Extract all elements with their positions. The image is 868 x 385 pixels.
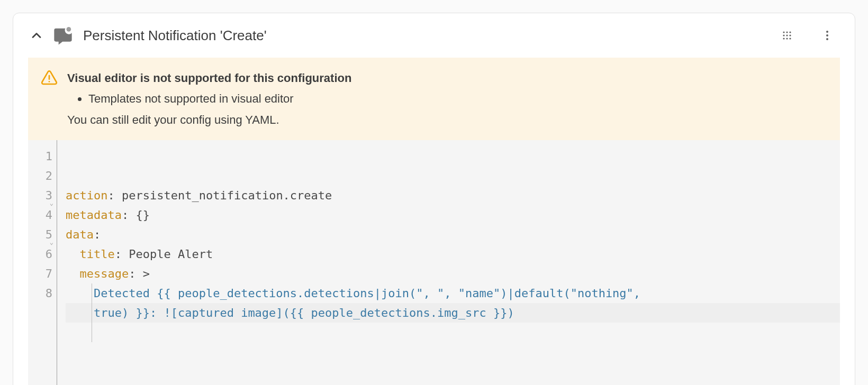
gutter-line-number: 7 xyxy=(28,264,52,283)
svg-point-1 xyxy=(783,31,784,33)
svg-point-12 xyxy=(826,38,828,40)
warning-reason-list: Templates not supported in visual editor xyxy=(67,89,351,108)
drag-grid-icon xyxy=(781,29,793,42)
card-title: Persistent Notification 'Create' xyxy=(83,28,774,44)
warning-icon xyxy=(41,69,58,88)
svg-point-6 xyxy=(789,34,791,36)
gutter-line-number: 1 xyxy=(28,146,52,166)
code-line[interactable]: action: persistent_notification.create xyxy=(66,186,840,205)
dots-vertical-icon xyxy=(821,29,834,42)
notification-icon xyxy=(52,25,74,46)
warning-reason-item: Templates not supported in visual editor xyxy=(88,89,351,108)
svg-point-2 xyxy=(786,31,788,33)
code-line[interactable]: Detected {{ people_detections.detections… xyxy=(66,283,840,303)
card-header: Persistent Notification 'Create' xyxy=(13,13,855,58)
chevron-up-icon xyxy=(29,28,44,43)
warning-banner: Visual editor is not supported for this … xyxy=(28,58,840,140)
drag-handle[interactable] xyxy=(774,23,800,48)
overflow-menu-button[interactable] xyxy=(815,23,840,48)
card-body: Visual editor is not supported for this … xyxy=(13,58,855,385)
indent-guide xyxy=(92,283,92,342)
warning-title: Visual editor is not supported for this … xyxy=(67,68,351,88)
code-line[interactable]: true) }}: ![captured image]({{ people_de… xyxy=(66,303,840,323)
editor-gutter: 123⌄45⌄678 xyxy=(28,140,57,385)
collapse-button[interactable] xyxy=(24,23,49,48)
gutter-line-number: 3⌄ xyxy=(28,186,52,205)
warning-footer: You can still edit your config using YAM… xyxy=(67,110,351,130)
code-line[interactable] xyxy=(66,323,840,342)
svg-point-10 xyxy=(826,31,828,33)
svg-point-4 xyxy=(783,34,784,36)
svg-point-11 xyxy=(826,34,828,36)
gutter-divider xyxy=(57,140,57,385)
svg-point-8 xyxy=(786,38,788,39)
warning-text: Visual editor is not supported for this … xyxy=(67,68,351,130)
code-line[interactable]: metadata: {} xyxy=(66,205,840,225)
svg-point-7 xyxy=(783,38,784,39)
gutter-line-number: 4 xyxy=(28,205,52,225)
header-actions xyxy=(774,23,840,48)
svg-point-5 xyxy=(786,34,788,36)
action-card: Persistent Notification 'Create' xyxy=(13,13,855,385)
gutter-line-number: 6 xyxy=(28,244,52,264)
gutter-line-number: 5⌄ xyxy=(28,225,52,244)
gutter-line-number: 8 xyxy=(28,283,52,303)
svg-point-0 xyxy=(67,27,71,32)
yaml-editor[interactable]: 123⌄45⌄678 action: persistent_notificati… xyxy=(28,140,840,385)
svg-point-9 xyxy=(789,38,791,39)
code-line[interactable]: message: > xyxy=(66,264,840,283)
svg-point-3 xyxy=(789,31,791,33)
code-line[interactable]: data: xyxy=(66,225,840,244)
gutter-line-number: 2 xyxy=(28,166,52,186)
code-line[interactable]: title: People Alert xyxy=(66,244,840,264)
svg-point-14 xyxy=(49,81,50,82)
code-area[interactable]: action: persistent_notification.createme… xyxy=(58,140,840,385)
